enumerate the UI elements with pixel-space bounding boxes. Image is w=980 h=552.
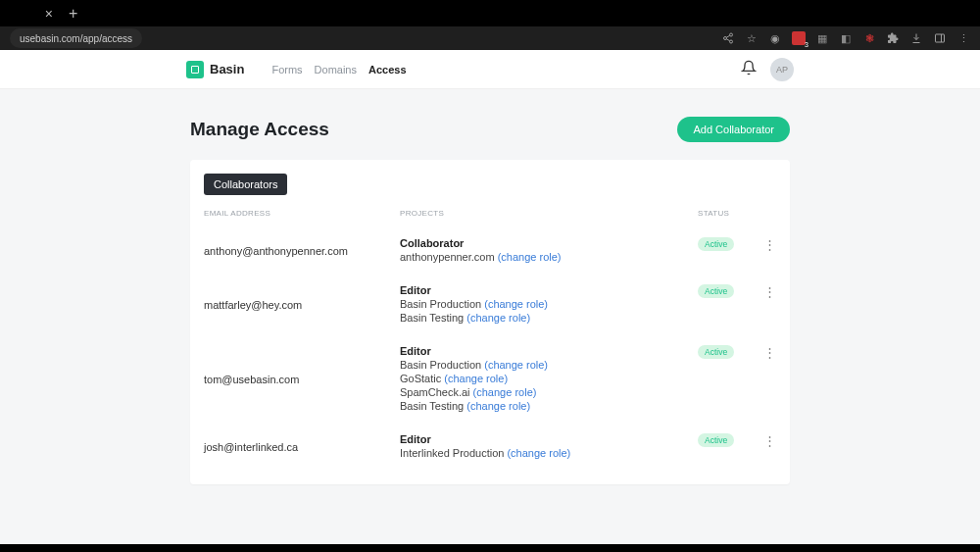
row-menu-button[interactable]: ⋮ xyxy=(757,284,776,299)
project-line: SpamCheck.ai (change role) xyxy=(400,386,698,398)
project-line: Basin Testing (change role) xyxy=(400,312,698,324)
browser-menu-icon[interactable]: ⋮ xyxy=(956,31,970,45)
project-name: Interlinked Production xyxy=(400,447,507,459)
projects-cell: Collaboratoranthonypenner.com (change ro… xyxy=(400,237,698,265)
row-menu-button[interactable]: ⋮ xyxy=(757,237,776,252)
role-label: Editor xyxy=(400,345,698,357)
change-role-link[interactable]: (change role) xyxy=(484,298,548,310)
download-icon[interactable] xyxy=(909,31,923,45)
taskbar xyxy=(0,544,980,552)
star-icon[interactable]: ☆ xyxy=(745,31,759,45)
avatar-initials: AP xyxy=(776,65,788,75)
change-role-link[interactable]: (change role) xyxy=(473,386,537,398)
url-bar[interactable]: usebasin.com/app/access xyxy=(10,28,142,48)
project-line: Basin Production (change role) xyxy=(400,359,698,371)
svg-point-0 xyxy=(730,33,733,36)
share-icon[interactable] xyxy=(721,31,735,45)
page-title: Manage Access xyxy=(190,119,329,140)
collaborator-email: mattfarley@hey.com xyxy=(204,299,400,311)
add-collaborator-button[interactable]: Add Collaborator xyxy=(677,117,790,142)
project-line: anthonypenner.com (change role) xyxy=(400,251,698,263)
column-header-email: Email Address xyxy=(204,209,400,218)
project-name: anthonypenner.com xyxy=(400,251,498,263)
extension-icon[interactable] xyxy=(792,31,806,45)
role-label: Collaborator xyxy=(400,237,698,249)
project-name: Basin Testing xyxy=(400,400,466,412)
change-role-link[interactable]: (change role) xyxy=(507,447,570,459)
row-menu-button[interactable]: ⋮ xyxy=(757,345,776,360)
project-line: Basin Testing (change role) xyxy=(400,400,698,412)
brand-name: Basin xyxy=(210,62,244,76)
table-row: anthony@anthonypenner.comCollaboratorant… xyxy=(204,227,776,275)
project-name: GoStatic xyxy=(400,373,444,384)
url-text: usebasin.com/app/access xyxy=(20,33,132,44)
change-role-link[interactable]: (change role) xyxy=(466,312,530,324)
page-container: Manage Access Add Collaborator Collabora… xyxy=(190,89,790,484)
new-tab-button[interactable]: + xyxy=(69,5,77,23)
svg-point-1 xyxy=(724,37,727,40)
extension-icon[interactable]: ▦ xyxy=(815,31,829,45)
extension-icon[interactable]: ◉ xyxy=(768,31,782,45)
tab-collaborators[interactable]: Collaborators xyxy=(204,174,287,195)
status-cell: Active xyxy=(698,284,757,298)
header-left: Basin Forms Domains Access xyxy=(14,61,407,78)
browser-tab[interactable]: × xyxy=(0,0,59,26)
status-cell: Active xyxy=(698,345,757,359)
status-cell: Active xyxy=(698,237,757,251)
change-role-link[interactable]: (change role) xyxy=(444,373,508,384)
status-cell: Active xyxy=(698,433,757,447)
table-row: mattfarley@hey.comEditorBasin Production… xyxy=(204,275,776,335)
projects-cell: EditorInterlinked Production (change rol… xyxy=(400,433,698,461)
svg-line-4 xyxy=(726,35,729,37)
nav-forms[interactable]: Forms xyxy=(271,64,302,75)
browser-toolbar: usebasin.com/app/access ☆ ◉ ▦ ◧ ❃ ⋮ xyxy=(0,26,980,50)
role-label: Editor xyxy=(400,433,698,445)
table-row: josh@interlinked.caEditorInterlinked Pro… xyxy=(204,424,776,471)
project-line: Basin Production (change role) xyxy=(400,298,698,310)
collaborator-email: tom@usebasin.com xyxy=(204,374,400,385)
collaborator-email: josh@interlinked.ca xyxy=(204,441,400,453)
change-role-link[interactable]: (change role) xyxy=(466,400,530,412)
table-row: tom@usebasin.comEditorBasin Production (… xyxy=(204,335,776,424)
projects-cell: EditorBasin Production (change role)GoSt… xyxy=(400,345,698,414)
column-header-projects: Projects xyxy=(400,209,698,218)
main-nav: Forms Domains Access xyxy=(271,64,406,75)
app-header: Basin Forms Domains Access AP xyxy=(0,50,980,89)
status-badge: Active xyxy=(698,284,734,298)
extension-icon[interactable]: ❃ xyxy=(862,31,876,45)
svg-line-3 xyxy=(726,39,729,41)
status-badge: Active xyxy=(698,345,734,359)
project-line: GoStatic (change role) xyxy=(400,373,698,384)
column-header-actions xyxy=(757,209,776,218)
status-badge: Active xyxy=(698,237,734,251)
browser-extension-icons: ☆ ◉ ▦ ◧ ❃ ⋮ xyxy=(721,31,970,45)
browser-tab-bar: × + xyxy=(0,0,980,26)
nav-domains[interactable]: Domains xyxy=(315,64,357,75)
svg-rect-5 xyxy=(936,34,945,42)
browser-chrome: × + usebasin.com/app/access ☆ ◉ ▦ ◧ ❃ xyxy=(0,0,980,50)
page-header: Manage Access Add Collaborator xyxy=(190,117,790,142)
notifications-icon[interactable] xyxy=(741,60,757,79)
svg-point-2 xyxy=(730,40,733,43)
nav-access[interactable]: Access xyxy=(368,64,407,75)
header-right: AP xyxy=(741,58,966,81)
project-name: Basin Testing xyxy=(400,312,466,324)
brand-logo[interactable]: Basin xyxy=(186,61,244,78)
projects-cell: EditorBasin Production (change role)Basi… xyxy=(400,284,698,326)
role-label: Editor xyxy=(400,284,698,296)
collaborator-email: anthony@anthonypenner.com xyxy=(204,245,400,257)
extension-icon[interactable]: ◧ xyxy=(839,31,853,45)
status-badge: Active xyxy=(698,433,734,447)
logo-icon xyxy=(186,61,204,78)
row-menu-button[interactable]: ⋮ xyxy=(757,433,776,448)
close-icon[interactable]: × xyxy=(45,6,53,22)
column-header-status: Status xyxy=(698,209,757,218)
panel-icon[interactable] xyxy=(933,31,947,45)
project-name: SpamCheck.ai xyxy=(400,386,473,398)
extensions-menu-icon[interactable] xyxy=(886,31,900,45)
collaborators-card: Collaborators Email Address Projects Sta… xyxy=(190,160,790,484)
change-role-link[interactable]: (change role) xyxy=(484,359,548,371)
change-role-link[interactable]: (change role) xyxy=(498,251,562,263)
avatar[interactable]: AP xyxy=(770,58,794,81)
project-line: Interlinked Production (change role) xyxy=(400,447,698,459)
